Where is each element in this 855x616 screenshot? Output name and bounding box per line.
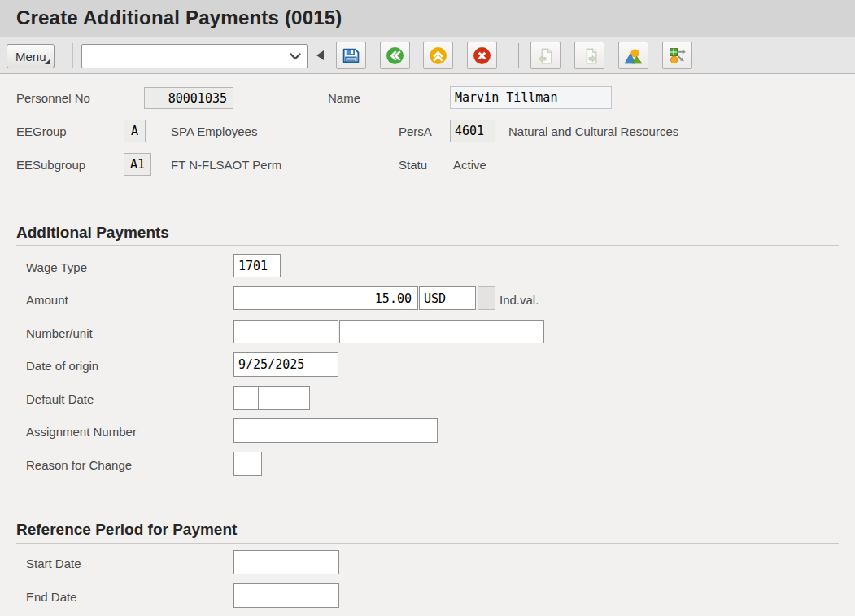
- assignment-number-label: Assignment Number: [26, 425, 137, 439]
- personnel-no-field[interactable]: [144, 87, 233, 109]
- sap-window: Create Additional Payments (0015) Menu: [0, 0, 855, 616]
- start-date-field[interactable]: [233, 550, 339, 574]
- amount-label: Amount: [26, 293, 68, 307]
- next-record-button: [574, 42, 604, 69]
- date-of-origin-field[interactable]: [233, 352, 338, 377]
- command-input[interactable]: [84, 46, 286, 66]
- default-date-label: Default Date: [26, 392, 94, 406]
- menu-dropdown-corner-icon: [45, 59, 50, 64]
- ee-group-field[interactable]: [124, 120, 146, 142]
- toolbar-separator: [72, 43, 73, 68]
- next-record-icon: [579, 46, 600, 66]
- exit-icon: [428, 46, 448, 66]
- number-unit-label: Number/unit: [26, 326, 93, 340]
- ee-group-label: EEGroup: [16, 125, 67, 138]
- previous-record-button: [530, 42, 561, 69]
- ee-group-text: SPA Employees: [171, 125, 257, 138]
- ee-subgroup-text: FT N-FLSAOT Perm: [171, 158, 281, 172]
- reference-period-heading: Reference Period for Payment: [16, 521, 237, 539]
- section-divider: [16, 543, 839, 544]
- pers-area-field[interactable]: [450, 120, 495, 142]
- save-button[interactable]: [336, 42, 366, 69]
- previous-record-icon: [535, 46, 556, 66]
- exit-button[interactable]: [423, 42, 453, 69]
- number-field[interactable]: [233, 320, 338, 343]
- landscape-icon: [623, 46, 643, 66]
- overview-button[interactable]: [618, 42, 648, 69]
- collapse-toolbar-button[interactable]: [312, 44, 328, 68]
- chevron-down-icon[interactable]: [290, 53, 301, 60]
- assignment-number-field[interactable]: [233, 418, 438, 443]
- application-toolbar: Menu: [0, 37, 855, 74]
- reason-for-change-field[interactable]: [233, 452, 262, 476]
- name-field[interactable]: [450, 86, 612, 109]
- end-date-field[interactable]: [233, 583, 339, 608]
- save-icon: [341, 46, 361, 66]
- status-label: Statu: [399, 158, 427, 172]
- page-title: Create Additional Payments (0015): [16, 7, 342, 29]
- pers-area-text: Natural and Cultural Resources: [508, 125, 678, 138]
- back-icon: [385, 46, 405, 66]
- section-divider: [16, 245, 839, 246]
- ee-subgroup-label: EESubgroup: [16, 158, 85, 172]
- menu-button-label: Menu: [15, 50, 46, 63]
- indval-label: Ind.val.: [499, 293, 539, 307]
- default-date-part2-field[interactable]: [258, 386, 310, 410]
- cancel-button[interactable]: [467, 42, 497, 69]
- date-of-origin-label: Date of origin: [26, 359, 98, 373]
- distribution-button[interactable]: [662, 42, 692, 69]
- default-date-part1-field[interactable]: [233, 386, 259, 410]
- cancel-icon: [472, 46, 492, 66]
- end-date-label: End Date: [26, 590, 77, 604]
- back-button[interactable]: [380, 42, 410, 69]
- ee-subgroup-field[interactable]: [124, 153, 151, 176]
- reason-for-change-label: Reason for Change: [26, 458, 132, 472]
- command-combobox[interactable]: [81, 44, 308, 68]
- personnel-no-label: Personnel No: [16, 91, 90, 105]
- triangle-left-icon: [316, 50, 324, 60]
- status-value: Active: [453, 158, 486, 172]
- amount-field[interactable]: [233, 286, 418, 310]
- start-date-label: Start Date: [26, 557, 81, 570]
- distribution-icon: [667, 46, 687, 66]
- wage-type-label: Wage Type: [26, 260, 87, 274]
- indval-checkbox[interactable]: [478, 286, 495, 310]
- pers-area-label: PersA: [399, 125, 432, 138]
- unit-field[interactable]: [339, 320, 544, 343]
- toolbar-separator: [518, 43, 519, 68]
- currency-field[interactable]: [419, 286, 476, 310]
- additional-payments-heading: Additional Payments: [16, 224, 169, 242]
- name-label: Name: [328, 91, 360, 105]
- wage-type-field[interactable]: [233, 254, 281, 277]
- title-bar: Create Additional Payments (0015): [0, 0, 855, 37]
- menu-button[interactable]: Menu: [7, 44, 55, 68]
